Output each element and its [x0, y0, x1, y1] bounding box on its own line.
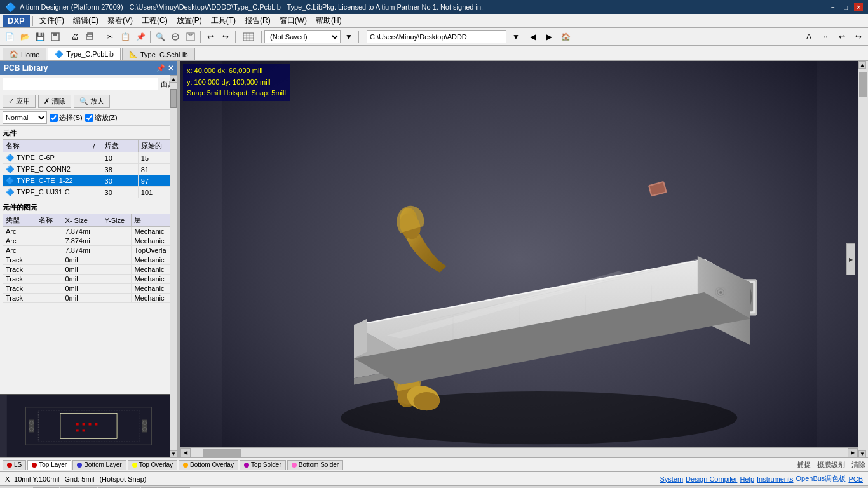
tb-open[interactable]: 📂 — [18, 30, 32, 44]
col-sort[interactable]: / — [90, 140, 102, 152]
tab-pcblib[interactable]: 🔷 Type_C.PcbLib — [48, 48, 121, 60]
clear-btn2[interactable]: 清除 — [851, 460, 865, 470]
gcol-type[interactable]: 类型 — [3, 214, 36, 227]
tb-zoom-in[interactable]: 🔍 — [153, 30, 167, 44]
tb-r2[interactable]: ↔ — [818, 30, 832, 44]
dxp-menu-button[interactable]: DXP — [3, 15, 30, 27]
tb-home[interactable]: 🏠 — [559, 30, 573, 44]
tb-back[interactable]: ◀ — [526, 30, 539, 44]
gysize — [102, 236, 132, 246]
zoom-checkbox[interactable] — [85, 114, 93, 122]
tb-undo2[interactable]: ↩ — [835, 30, 849, 44]
main-canvas-hscrollbar[interactable]: ◀ ▶ — [180, 447, 858, 458]
workspace-dropdown[interactable]: (Not Saved) — [264, 30, 341, 43]
col-name[interactable]: 名称 — [3, 140, 90, 152]
tb-new[interactable]: 📄 — [3, 30, 17, 44]
clear-btn[interactable]: ✗ 清除 — [38, 95, 71, 108]
canvas-scroll-thumb[interactable] — [859, 72, 867, 97]
table-row[interactable]: 🔷TYPE_C-UJ31-C 30 101 — [3, 187, 175, 198]
menu-tools[interactable]: 工具(T) — [207, 14, 240, 27]
select-checkbox[interactable] — [50, 114, 58, 122]
mask-btn[interactable]: 摄膜级别 — [817, 460, 845, 470]
capture-btn[interactable]: 捕捉 — [797, 460, 811, 470]
layer-top[interactable]: Top Layer — [27, 460, 71, 470]
select-checkbox-label[interactable]: 选择(S) — [50, 113, 83, 123]
layer-top-overlay[interactable]: Top Overlay — [128, 460, 177, 470]
scroll-down-btn[interactable]: ▼ — [170, 450, 177, 458]
gcol-layer[interactable]: 层 — [132, 214, 175, 227]
menu-file[interactable]: 文件(F) — [36, 14, 68, 27]
tb-undo[interactable]: ↩ — [203, 30, 217, 44]
tab-schlib[interactable]: 📐 Type_C.SchLib — [122, 48, 195, 60]
col-pads[interactable]: 焊盘 — [102, 140, 138, 152]
gcol-name[interactable]: 名称 — [36, 214, 62, 227]
help-link[interactable]: Help — [740, 475, 754, 483]
main-canvas[interactable]: x: 40,000 dx: 60,000 mill y: 100,000 dy:… — [180, 61, 868, 458]
scroll-up-btn[interactable]: ▲ — [170, 75, 177, 83]
menu-view[interactable]: 察看(V) — [104, 14, 137, 27]
menu-window[interactable]: 窗口(W) — [276, 14, 311, 27]
tb-save-all[interactable] — [48, 30, 62, 44]
svg-rect-16 — [83, 423, 85, 426]
tb-zoom-out[interactable] — [168, 30, 182, 44]
instruments-link[interactable]: Instruments — [757, 475, 793, 483]
layer-bottom-solder[interactable]: Bottom Solder — [287, 460, 343, 470]
bottom-nav-next[interactable]: ▶ — [18, 486, 32, 489]
tb-r1[interactable]: A — [802, 30, 816, 44]
menu-reports[interactable]: 报告(R) — [241, 14, 275, 27]
tb-print[interactable]: 🖨 — [68, 30, 82, 44]
minimize-btn[interactable]: − — [829, 3, 837, 11]
gcol-xsize[interactable]: X- Size — [62, 214, 102, 227]
tb-forward[interactable]: ▶ — [542, 30, 556, 44]
tb-path-dropdown[interactable]: ▼ — [509, 30, 523, 44]
pcb-link[interactable]: PCB — [848, 475, 863, 483]
openbus-link[interactable]: OpenBus调色板 — [796, 474, 846, 484]
tb-print-prev[interactable] — [83, 30, 97, 44]
menu-place[interactable]: 放置(P) — [173, 14, 206, 27]
layer-ls[interactable]: LS — [3, 460, 26, 470]
zoom-btn[interactable]: 🔍 放大 — [74, 95, 110, 108]
gcol-ysize[interactable]: Y-Size — [102, 214, 132, 227]
menu-help[interactable]: 帮助(H) — [312, 14, 346, 27]
tb-zoom-fit[interactable] — [184, 30, 198, 44]
scroll-thumb[interactable] — [170, 89, 177, 108]
table-row-selected[interactable]: 🔷TYPE_C-TE_1-22 30 97 — [3, 175, 175, 187]
maximize-btn[interactable]: □ — [841, 3, 850, 11]
main-canvas-scrollbar[interactable]: ▲ ▼ — [858, 61, 868, 458]
canvas-scroll-up[interactable]: ▲ — [858, 61, 866, 69]
table-row[interactable]: 🔷TYPE_C-CONN2 38 81 — [3, 164, 175, 175]
tb-redo2[interactable]: ↪ — [851, 30, 865, 44]
tab-home[interactable]: 🏠 Home — [3, 48, 46, 60]
hscroll-left[interactable]: ◀ — [180, 448, 191, 458]
tb-redo[interactable]: ↪ — [219, 30, 233, 44]
menu-edit[interactable]: 编辑(E) — [69, 14, 102, 27]
hscroll-thumb[interactable] — [203, 449, 241, 457]
tb-grid[interactable] — [238, 30, 259, 44]
layer-bottom-overlay[interactable]: Bottom Overlay — [179, 460, 238, 470]
col-original[interactable]: 原始的 — [138, 140, 174, 152]
panel-close-btn[interactable]: ✕ — [168, 64, 173, 72]
tb-save[interactable]: 💾 — [33, 30, 47, 44]
right-tab-1[interactable]: ▶ — [846, 243, 855, 275]
tb-paste[interactable]: 📌 — [133, 30, 147, 44]
tb-cut[interactable]: ✂ — [103, 30, 117, 44]
canvas-scroll-down[interactable]: ▼ — [858, 450, 866, 458]
menu-project[interactable]: 工程(C) — [138, 14, 172, 27]
table-row[interactable]: 🔷TYPE_C-6P 10 15 — [3, 152, 175, 164]
bottom-nav-prev[interactable]: ◀ — [3, 486, 17, 489]
layer-top-solder[interactable]: Top Solder — [240, 460, 286, 470]
hscroll-right[interactable]: ▶ — [848, 448, 858, 458]
design-compiler-link[interactable]: Design Compiler — [686, 475, 737, 483]
search-input[interactable] — [3, 78, 158, 90]
system-link[interactable]: System — [660, 475, 683, 483]
path-input[interactable] — [367, 30, 506, 43]
apply-btn[interactable]: ✓ 应用 — [3, 95, 36, 108]
zoom-checkbox-label[interactable]: 缩放(Z) — [85, 113, 118, 123]
tb-dropdown-arrow[interactable]: ▼ — [342, 30, 356, 44]
layer-bottom[interactable]: Bottom Layer — [72, 460, 126, 470]
normal-select[interactable]: Normal — [3, 111, 47, 124]
panel-pin-btn[interactable]: 📌 — [156, 64, 165, 72]
close-btn[interactable]: ✕ — [854, 3, 863, 11]
tb-copy[interactable]: 📋 — [118, 30, 132, 44]
left-panel: PCB Library 📌 ✕ 面具 ✓ 应用 ✗ 清除 🔍 放大 Normal… — [0, 61, 178, 458]
